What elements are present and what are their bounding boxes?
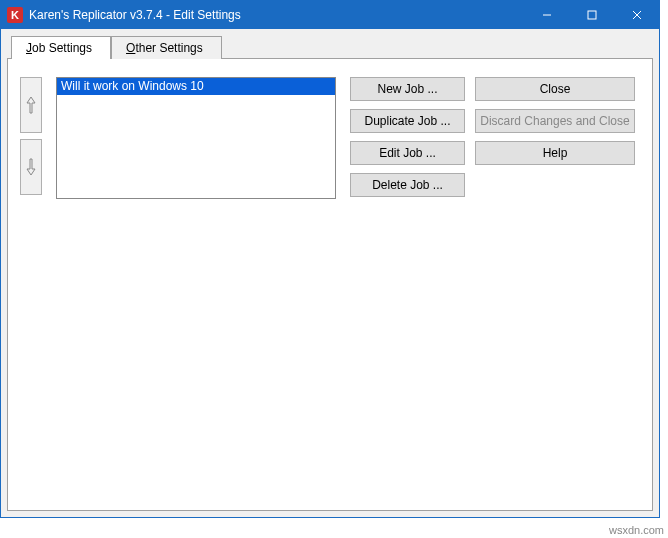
job-action-column: New Job ... Duplicate Job ... Edit Job .… — [350, 77, 465, 197]
minimize-button[interactable] — [524, 1, 569, 29]
tab-row: Job Settings Other Settings — [11, 36, 653, 59]
delete-job-button[interactable]: Delete Job ... — [350, 173, 465, 197]
close-icon — [632, 10, 642, 20]
arrow-down-icon — [25, 157, 37, 177]
edit-job-button[interactable]: Edit Job ... — [350, 141, 465, 165]
app-icon: K — [7, 7, 23, 23]
tab-job-settings[interactable]: Job Settings — [11, 36, 111, 59]
app-icon-letter: K — [11, 9, 19, 21]
tab-page-job-settings: Will it work on Windows 10 New Job ... D… — [7, 58, 653, 511]
move-up-button[interactable] — [20, 77, 42, 133]
window-title: Karen's Replicator v3.7.4 - Edit Setting… — [29, 8, 524, 22]
watermark: wsxdn.com — [609, 524, 664, 536]
help-button[interactable]: Help — [475, 141, 635, 165]
close-button[interactable]: Close — [475, 77, 635, 101]
arrow-up-icon — [25, 95, 37, 115]
maximize-icon — [587, 10, 597, 20]
minimize-icon — [542, 10, 552, 20]
discard-button[interactable]: Discard Changes and Close — [475, 109, 635, 133]
reorder-controls — [20, 77, 42, 195]
new-job-button[interactable]: New Job ... — [350, 77, 465, 101]
duplicate-job-button[interactable]: Duplicate Job ... — [350, 109, 465, 133]
tab-other-settings[interactable]: Other Settings — [111, 36, 222, 59]
window-controls — [524, 1, 659, 29]
dialog-action-column: Close Discard Changes and Close Help — [475, 77, 635, 197]
svg-rect-1 — [588, 11, 596, 19]
tab-other-settings-label: ther Settings — [135, 41, 202, 55]
client-area: Job Settings Other Settings Will it work… — [1, 29, 659, 517]
maximize-button[interactable] — [569, 1, 614, 29]
job-list[interactable]: Will it work on Windows 10 — [56, 77, 336, 199]
move-down-button[interactable] — [20, 139, 42, 195]
action-buttons: New Job ... Duplicate Job ... Edit Job .… — [350, 77, 635, 197]
content-row: Will it work on Windows 10 New Job ... D… — [20, 77, 640, 199]
close-window-button[interactable] — [614, 1, 659, 29]
titlebar: K Karen's Replicator v3.7.4 - Edit Setti… — [1, 1, 659, 29]
app-window: K Karen's Replicator v3.7.4 - Edit Setti… — [0, 0, 660, 518]
tab-job-settings-label: ob Settings — [32, 41, 92, 55]
list-item[interactable]: Will it work on Windows 10 — [57, 78, 335, 95]
